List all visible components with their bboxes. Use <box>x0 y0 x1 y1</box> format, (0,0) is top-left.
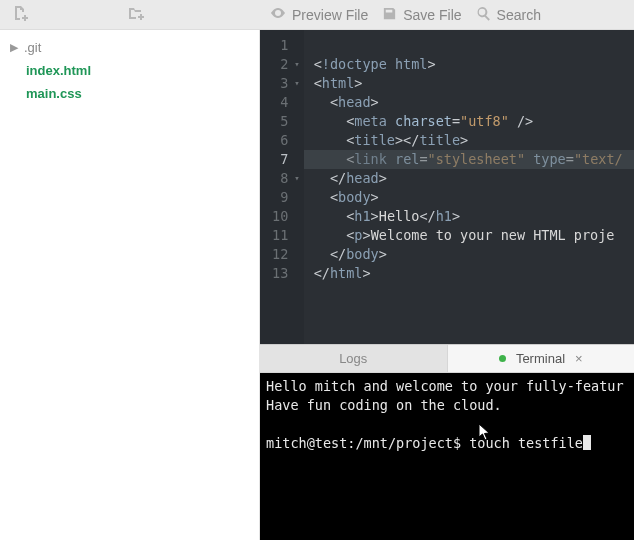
new-file-icon[interactable] <box>12 5 28 25</box>
tree-file-main-css[interactable]: main.css <box>0 82 259 105</box>
fold-icon[interactable]: ▾ <box>294 74 299 93</box>
code-content[interactable]: <!doctype html> <html> <head> <meta char… <box>304 30 634 344</box>
tree-file-label: index.html <box>26 63 91 78</box>
preview-file-label: Preview File <box>292 7 368 23</box>
status-dot-icon <box>499 355 506 362</box>
tree-folder-git[interactable]: ▶ .git <box>0 36 259 59</box>
eye-icon <box>270 5 286 24</box>
cursor-pointer-icon <box>478 423 492 441</box>
bottom-panel: Logs Terminal × Hello mitch and welcome … <box>260 344 634 540</box>
search-label: Search <box>497 7 541 23</box>
save-file-label: Save File <box>403 7 461 23</box>
preview-file-button[interactable]: Preview File <box>270 5 368 24</box>
file-tree: ▶ .git index.html main.css <box>0 30 260 540</box>
terminal[interactable]: Hello mitch and welcome to your fully-fe… <box>260 373 634 540</box>
main-toolbar: Preview File Save File Search <box>0 0 634 30</box>
save-icon <box>382 6 397 24</box>
panel-tabs: Logs Terminal × <box>260 345 634 373</box>
chevron-right-icon: ▶ <box>10 41 20 54</box>
editor-column: 1 2▾ 3▾ 4 5 6 7 8▾ 9 10 11 12 13 <!docty… <box>260 30 634 540</box>
search-icon <box>476 6 491 24</box>
terminal-cursor <box>583 435 591 450</box>
tab-logs-label: Logs <box>339 351 367 366</box>
save-file-button[interactable]: Save File <box>382 6 461 24</box>
terminal-motd-line: Hello mitch and welcome to your fully-fe… <box>266 378 624 394</box>
tree-file-index-html[interactable]: index.html <box>0 59 259 82</box>
terminal-prompt: mitch@test:/mnt/project$ <box>266 435 469 451</box>
tab-terminal[interactable]: Terminal × <box>448 345 635 372</box>
sidebar-toolbar <box>0 5 260 25</box>
terminal-motd-line: Have fun coding on the cloud. <box>266 397 502 413</box>
tab-terminal-label: Terminal <box>516 351 565 366</box>
search-button[interactable]: Search <box>476 6 541 24</box>
new-folder-icon[interactable] <box>128 5 144 25</box>
tree-folder-label: .git <box>24 40 41 55</box>
close-icon[interactable]: × <box>575 351 583 366</box>
code-editor[interactable]: 1 2▾ 3▾ 4 5 6 7 8▾ 9 10 11 12 13 <!docty… <box>260 30 634 344</box>
fold-icon[interactable]: ▾ <box>294 55 299 74</box>
editor-gutter: 1 2▾ 3▾ 4 5 6 7 8▾ 9 10 11 12 13 <box>260 30 304 344</box>
fold-icon[interactable]: ▾ <box>294 169 299 188</box>
active-line-highlight <box>304 150 634 169</box>
editor-toolbar: Preview File Save File Search <box>260 5 634 24</box>
tree-file-label: main.css <box>26 86 82 101</box>
tab-logs[interactable]: Logs <box>260 345 448 372</box>
